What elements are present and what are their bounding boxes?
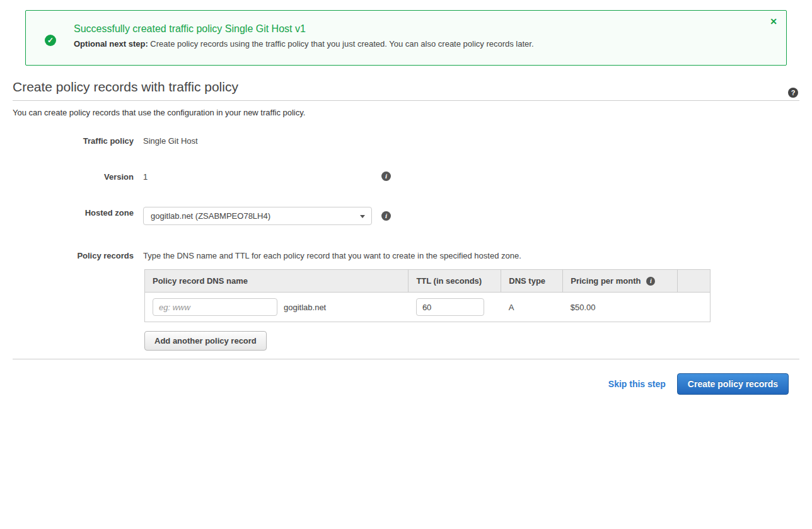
create-policy-records-button[interactable]: Create policy records (677, 373, 789, 395)
page-description: You can create policy records that use t… (13, 108, 799, 117)
dns-name-input[interactable] (153, 298, 277, 316)
policy-records-table: Policy record DNS name TTL (in seconds) … (144, 269, 710, 322)
dns-name-cell: gogitlab.net (145, 293, 409, 322)
info-icon[interactable]: i (381, 171, 391, 181)
policy-records-row: Policy records Type the DNS name and TTL… (13, 250, 799, 260)
help-icon[interactable]: ? (788, 88, 798, 98)
skip-this-step-link[interactable]: Skip this step (608, 379, 666, 389)
table-row: gogitlab.net A $50.00 (145, 293, 710, 322)
policy-records-label: Policy records (13, 250, 134, 260)
table-header-row: Policy record DNS name TTL (in seconds) … (145, 270, 710, 293)
version-value: 1 (143, 171, 372, 182)
version-row: Version 1 i (13, 171, 799, 182)
dns-type-cell: A (501, 293, 563, 322)
hosted-zone-selected-value: gogitlab.net (ZSABMPEO78LH4) (151, 211, 270, 221)
policy-record-form: Traffic policy Single Git Host Version 1… (13, 135, 799, 351)
success-banner: ✓ Successfully created traffic policy Si… (25, 10, 787, 66)
main-content: Create policy records with traffic polic… (0, 79, 812, 395)
banner-next-step: Optional next step: Create policy record… (74, 39, 761, 49)
pricing-cell: $50.00 (563, 293, 678, 322)
footer-actions: Skip this step Create policy records (13, 373, 799, 395)
footer-divider (13, 359, 799, 359)
ttl-cell (409, 293, 501, 322)
ttl-input[interactable] (416, 298, 484, 316)
page-title: Create policy records with traffic polic… (13, 79, 799, 95)
header-extra (678, 270, 710, 293)
info-icon[interactable]: i (381, 211, 391, 221)
chevron-down-icon (360, 215, 365, 218)
add-policy-record-button[interactable]: Add another policy record (144, 331, 267, 351)
traffic-policy-row: Traffic policy Single Git Host (13, 135, 799, 146)
policy-records-description: Type the DNS name and TTL for each polic… (143, 250, 521, 260)
extra-cell (678, 293, 710, 322)
header-dns-name: Policy record DNS name (145, 270, 409, 293)
info-icon[interactable]: i (646, 277, 655, 286)
version-label: Version (13, 171, 134, 182)
hosted-zone-select[interactable]: gogitlab.net (ZSABMPEO78LH4) (143, 207, 372, 225)
header-pricing-label: Pricing per month (571, 276, 641, 286)
hosted-zone-row: Hosted zone gogitlab.net (ZSABMPEO78LH4)… (13, 207, 799, 225)
header-pricing: Pricing per month i (563, 270, 678, 293)
traffic-policy-value: Single Git Host (143, 135, 198, 146)
traffic-policy-label: Traffic policy (13, 135, 134, 146)
dns-suffix: gogitlab.net (284, 303, 326, 312)
header-dns-type: DNS type (501, 270, 563, 293)
check-circle-icon: ✓ (45, 35, 56, 46)
banner-title: Successfully created traffic policy Sing… (74, 23, 761, 35)
header-ttl: TTL (in seconds) (409, 270, 501, 293)
banner-next-step-label: Optional next step: (74, 39, 148, 49)
page-header: Create policy records with traffic polic… (13, 79, 799, 101)
banner-next-step-text: Create policy records using the traffic … (150, 39, 533, 49)
hosted-zone-label: Hosted zone (13, 207, 134, 218)
close-icon[interactable]: ✕ (770, 17, 777, 26)
